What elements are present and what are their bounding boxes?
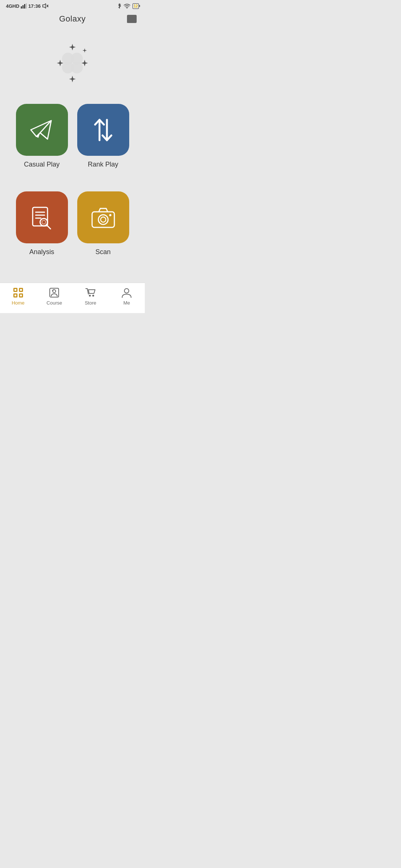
signal-bars-icon — [21, 3, 27, 9]
svg-rect-34 — [14, 289, 16, 291]
svg-rect-9 — [127, 15, 137, 23]
rank-play-label: Rank Play — [88, 160, 118, 169]
svg-rect-0 — [21, 6, 22, 9]
battery-icon: 12 — [133, 3, 139, 9]
svg-rect-36 — [14, 295, 16, 296]
analysis-icon-box — [16, 191, 68, 243]
analysis-icon — [30, 206, 54, 230]
nav-store[interactable]: Store — [79, 287, 102, 306]
scan-button[interactable]: Scan — [76, 191, 130, 272]
main-content: Casual Play Rank Play — [0, 104, 145, 283]
svg-rect-35 — [20, 289, 22, 291]
rank-play-icon — [92, 118, 114, 142]
wifi-icon — [124, 3, 130, 9]
status-right: 12 — [118, 3, 139, 9]
nav-me[interactable]: Me — [115, 287, 138, 306]
svg-line-24 — [46, 225, 50, 229]
signal-text: 4GHD — [6, 3, 19, 9]
svg-point-8 — [127, 8, 127, 9]
svg-point-45 — [124, 289, 129, 293]
scan-icon — [90, 206, 116, 228]
svg-rect-26 — [92, 212, 114, 227]
analysis-button[interactable]: Analysis — [15, 191, 69, 272]
nav-home[interactable]: Home — [7, 287, 29, 306]
svg-rect-1 — [23, 5, 24, 9]
svg-point-27 — [98, 215, 108, 224]
svg-rect-37 — [20, 295, 22, 296]
home-nav-label: Home — [12, 300, 25, 306]
svg-point-29 — [109, 214, 111, 216]
mute-icon — [42, 3, 49, 9]
course-nav-label: Course — [46, 300, 62, 306]
rank-play-button[interactable]: Rank Play — [76, 104, 130, 184]
casual-play-button[interactable]: Casual Play — [15, 104, 69, 184]
me-nav-label: Me — [123, 300, 130, 306]
app-title: Golaxy — [59, 14, 85, 24]
scan-icon-box — [77, 191, 129, 243]
time-text: 17:36 — [28, 3, 40, 9]
svg-marker-4 — [43, 4, 46, 8]
svg-point-43 — [89, 295, 91, 297]
store-nav-label: Store — [85, 300, 96, 306]
sparkle-logo — [46, 37, 98, 89]
me-nav-icon — [121, 287, 133, 299]
status-bar: 4GHD 17:36 12 — [0, 0, 145, 10]
svg-point-13 — [71, 62, 83, 73]
logo-area — [0, 26, 145, 104]
grid-container: Casual Play Rank Play — [0, 104, 145, 272]
svg-rect-2 — [24, 4, 25, 9]
store-nav-icon — [85, 287, 97, 299]
bluetooth-icon — [118, 3, 121, 9]
rank-play-icon-box — [77, 104, 129, 156]
message-icon[interactable] — [126, 14, 137, 24]
casual-play-label: Casual Play — [24, 160, 59, 169]
casual-play-icon-box — [16, 104, 68, 156]
svg-point-44 — [92, 295, 94, 297]
header: Golaxy — [0, 10, 145, 26]
course-nav-icon — [48, 287, 60, 299]
svg-point-25 — [42, 220, 46, 224]
status-left: 4GHD 17:36 — [6, 3, 49, 9]
bottom-nav: Home Course Store Me — [0, 283, 145, 313]
nav-course[interactable]: Course — [43, 287, 65, 306]
home-nav-icon — [12, 287, 24, 299]
svg-rect-3 — [26, 3, 27, 9]
scan-label: Scan — [95, 248, 111, 256]
svg-point-28 — [101, 217, 106, 222]
analysis-label: Analysis — [29, 248, 54, 256]
casual-play-icon — [29, 119, 55, 141]
